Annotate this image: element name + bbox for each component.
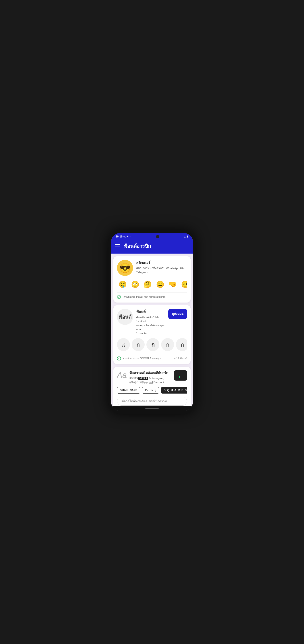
font-sample-5: ก [176,338,187,351]
sticker-item: 😑 [154,278,166,290]
font-sample-2: ก [132,338,145,351]
sticker-row: 🤤 🙄 🤔 😑 🤜 🤨 🤦 [117,278,187,290]
style-card: Aa ข้อความสไตล์และคีย์บอร์ด FONTS STYLE … [113,367,191,406]
font-sample-3: ก [147,338,159,351]
font-card-footer: ✓ ควรทำงานบน GOOGLE ของคุณ ≡ 19 ฟ้อนต์ [117,354,187,360]
style-tag-squares[interactable]: S Q U A R E S [161,387,187,394]
check-icon: ✓ [117,295,121,299]
app-header: ฟ้อนต์อารบิก [111,240,193,254]
phone-frame: 20:19 น. ✈ ☺ ▲ ▮ ฟ้อนต์อารบิก 😎 [109,230,195,414]
font-card: ฟ้อนต์ ฟ้อนต์ เลือกฟ้อนต์เพื่อใช้กับโทรศ… [113,305,191,364]
style-title: ข้อความสไตล์และคีย์บอร์ด [130,370,171,376]
key-green [179,376,180,378]
sticker-info: สติกเกอร์ สติกเกอร์ที่น่าทึ่งสำหรับ What… [136,260,187,274]
aa-text: Aa [117,371,127,379]
style-input-wrap[interactable] [117,397,187,406]
style-tag-small-caps[interactable]: SMALL CAPS [117,387,140,394]
status-right: ▲ ▮ [184,235,188,238]
font-sample-1: ก [117,338,130,351]
sticker-card-footer: ✓ Download, install and share stickers [117,292,187,299]
battery-icon: ▮ [187,235,188,238]
app-title: ฟ้อนต์อารบิก [124,242,151,250]
sticker-card: 😎 สติกเกอร์ สติกเกอร์ที่น่าทึ่งสำหรับ Wh… [113,256,191,302]
sticker-item: 🤤 [117,278,128,290]
font-title: ฟ้อนต์ [136,309,165,314]
signal-icon: ▲ [184,235,186,238]
style-tag-currency[interactable]: ℭ𝔲𝔯𝔯𝔢𝔫𝔠𝔶 [142,387,159,394]
font-description: เลือกฟ้อนต์เพื่อใช้กับโทรศัพท์ ของคุณ โท… [136,315,165,336]
bottom-bar [111,406,193,411]
style-text-input[interactable] [121,399,183,403]
keyboard-grid [178,372,183,379]
font-info: ฟ้อนต์ เลือกฟ้อนต์เพื่อใช้กับโทรศัพท์ ขอ… [136,309,165,336]
scroll-content: 😎 สติกเกอร์ สติกเกอร์ที่น่าทึ่งสำหรับ Wh… [111,254,193,406]
style-info: ข้อความสไตล์และคีย์บอร์ด FONTS STYLE for… [130,370,171,384]
sticker-main-emoji: 😎 [117,260,133,276]
sticker-description: สติกเกอร์ที่น่าทึ่งสำหรับ WhatsApp และ T… [136,266,187,274]
phone-screen: 20:19 น. ✈ ☺ ▲ ▮ ฟ้อนต์อารบิก 😎 [111,233,193,411]
keyboard-icon-box [174,370,187,380]
menu-icon[interactable] [115,244,120,248]
style-tags: SMALL CAPS ℭ𝔲𝔯𝔯𝔢𝔫𝔠𝔶 S Q U A R E S 𝑩𝒐𝒍 [117,387,187,394]
status-bar: 20:19 น. ✈ ☺ ▲ ▮ [111,233,193,240]
font-preview-text: ฟ้อนต์ [119,313,132,321]
sticker-footer-text: Download, install and share stickers [123,296,165,298]
time-display: 20:19 น. [116,234,126,238]
sticker-header: 😎 สติกเกอร์ สติกเกอร์ที่น่าทึ่งสำหรับ Wh… [117,260,187,276]
font-count: ≡ 19 ฟ้อนต์ [174,356,187,360]
font-header: ฟ้อนต์ ฟ้อนต์ เลือกฟ้อนต์เพื่อใช้กับโทรศ… [117,309,187,336]
camera-notch [156,235,159,238]
sticker-item: 🤨 [179,278,187,290]
sticker-item: 🙄 [130,278,141,290]
sticker-item: 🤔 [142,278,153,290]
style-header: Aa ข้อความสไตล์และคีย์บอร์ด FONTS STYLE … [117,370,187,384]
font-preview-circle: ฟ้อนต์ [117,309,133,325]
style-description: FONTS STYLE for Instagram, Ⓦ𝕙@ⓣ𝕊Ⓐ𝕡𝕡 and … [130,376,171,384]
bottom-pill [145,408,159,409]
sticker-title: สติกเกอร์ [136,260,187,266]
face-icon: ☺ [129,235,132,238]
sticker-item: 🤜 [167,278,178,290]
font-sample-4: ก [161,338,174,351]
nav-icon: ✈ [127,235,128,238]
status-left: 20:19 น. ✈ ☺ [116,234,132,238]
font-footer-left: ✓ ควรทำงานบน GOOGLE ของคุณ [117,356,161,360]
view-all-button[interactable]: ดูทั้งหมด [168,309,187,319]
font-footer-text: ควรทำงานบน GOOGLE ของคุณ [123,356,161,360]
font-check-icon: ✓ [117,356,121,360]
font-samples: ก ก ก ก ก [117,338,187,351]
main-emoji-glyph: 😎 [119,262,131,274]
